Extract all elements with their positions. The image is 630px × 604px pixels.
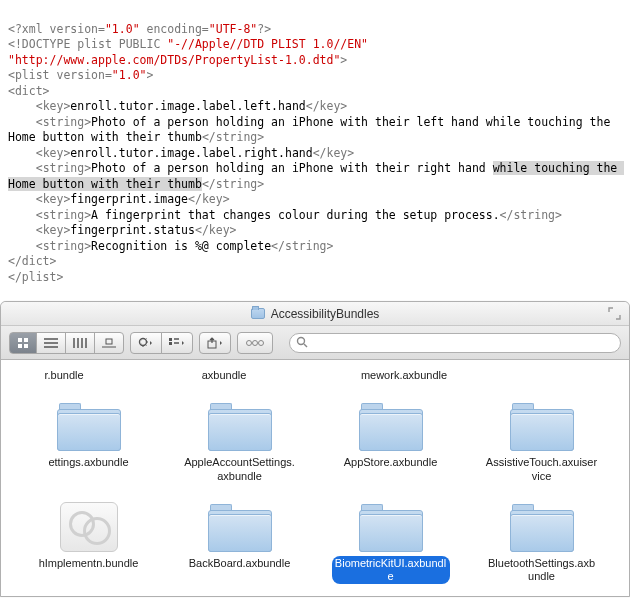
svg-point-11 bbox=[259, 340, 264, 345]
action-group bbox=[130, 332, 193, 354]
svg-point-9 bbox=[247, 340, 252, 345]
folder-item-selected[interactable]: BiometricKitUI.axbundle bbox=[331, 502, 451, 584]
svg-rect-7 bbox=[169, 342, 172, 345]
folder-item[interactable]: AppleAccountSettings.axbundle bbox=[180, 401, 300, 483]
file-label: AppleAccountSettings.axbundle bbox=[181, 455, 299, 483]
bundle-item[interactable]: hImplementn.bundle bbox=[29, 502, 149, 584]
view-mode-group bbox=[9, 332, 124, 354]
share-menu-button[interactable] bbox=[199, 332, 231, 354]
folder-item[interactable]: AppStore.axbundle bbox=[331, 401, 451, 483]
column-view-button[interactable] bbox=[65, 332, 95, 354]
svg-point-10 bbox=[253, 340, 258, 345]
search-icon bbox=[296, 336, 308, 348]
folder-item[interactable]: ettings.axbundle bbox=[29, 401, 149, 483]
window-titlebar[interactable]: AccessibilityBundles bbox=[1, 302, 629, 326]
svg-rect-2 bbox=[18, 344, 22, 348]
folder-icon bbox=[359, 401, 423, 451]
fullscreen-icon[interactable] bbox=[608, 307, 621, 320]
folder-icon bbox=[57, 401, 121, 451]
window-title: AccessibilityBundles bbox=[271, 307, 380, 321]
plugin-icon bbox=[60, 502, 118, 552]
svg-rect-6 bbox=[169, 338, 172, 341]
file-label: hImplementn.bundle bbox=[36, 556, 142, 571]
svg-rect-0 bbox=[18, 338, 22, 342]
file-label[interactable]: mework.axbundle bbox=[358, 368, 450, 383]
file-label[interactable]: axbundle bbox=[199, 368, 250, 383]
folder-icon bbox=[510, 502, 574, 552]
svg-point-12 bbox=[298, 337, 305, 344]
folder-item[interactable]: BluetoothSettings.axbundle bbox=[482, 502, 602, 584]
folder-icon bbox=[251, 308, 265, 319]
tags-button[interactable] bbox=[237, 332, 273, 354]
icon-grid[interactable]: r.bundle axbundle mework.axbundle etting… bbox=[1, 360, 629, 596]
action-menu-button[interactable] bbox=[130, 332, 162, 354]
coverflow-view-button[interactable] bbox=[94, 332, 124, 354]
folder-item[interactable]: AssistiveTouch.axuiservice bbox=[482, 401, 602, 483]
search-input[interactable] bbox=[289, 333, 621, 353]
list-view-button[interactable] bbox=[36, 332, 66, 354]
finder-toolbar bbox=[1, 326, 629, 360]
search-field-wrap bbox=[289, 333, 621, 353]
folder-icon bbox=[510, 401, 574, 451]
file-label: AppStore.axbundle bbox=[341, 455, 441, 470]
svg-rect-4 bbox=[106, 339, 112, 344]
file-label: BackBoard.axbundle bbox=[186, 556, 294, 571]
file-label[interactable]: r.bundle bbox=[41, 368, 86, 383]
folder-icon bbox=[208, 502, 272, 552]
file-label: AssistiveTouch.axuiservice bbox=[483, 455, 601, 483]
folder-icon bbox=[208, 401, 272, 451]
finder-window: AccessibilityBundles r.bundle axbund bbox=[0, 301, 630, 597]
icon-view-button[interactable] bbox=[9, 332, 37, 354]
file-label: BiometricKitUI.axbundle bbox=[332, 556, 450, 584]
arrange-menu-button[interactable] bbox=[161, 332, 193, 354]
file-label: ettings.axbundle bbox=[45, 455, 131, 470]
folder-icon bbox=[359, 502, 423, 552]
file-label: BluetoothSettings.axbundle bbox=[483, 556, 601, 584]
svg-rect-1 bbox=[24, 338, 28, 342]
folder-item[interactable]: BackBoard.axbundle bbox=[180, 502, 300, 584]
svg-rect-3 bbox=[24, 344, 28, 348]
plist-source-view: <?xml version="1.0" encoding="UTF-8"?> <… bbox=[0, 0, 630, 295]
